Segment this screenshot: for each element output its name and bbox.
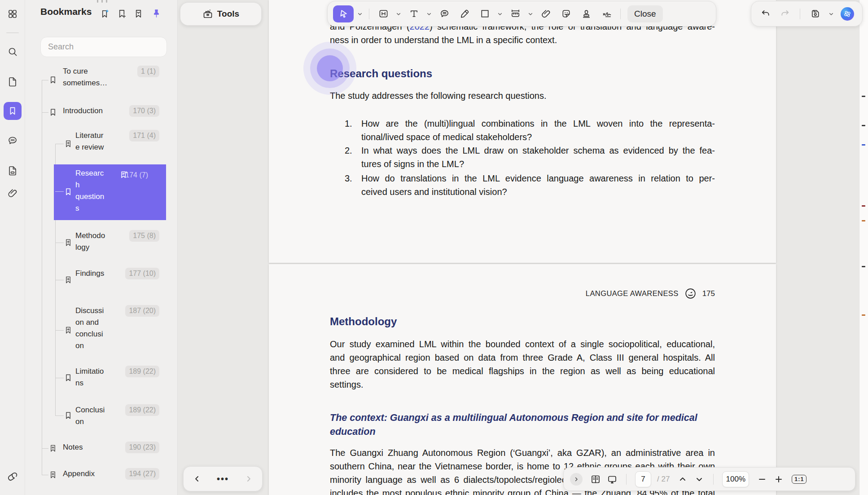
bookmark-badge: 170 (3) bbox=[129, 105, 159, 117]
highlighter-button[interactable] bbox=[456, 5, 473, 22]
bookmark-badge: 174 (7) bbox=[125, 169, 148, 181]
zoom-level-input[interactable]: 100% bbox=[722, 471, 749, 487]
bookmarks-icon bbox=[8, 106, 18, 116]
zoom-out-icon[interactable] bbox=[757, 474, 767, 485]
doc-line: ness in order to understand the LML in a… bbox=[330, 33, 715, 47]
extract-page-icon[interactable] bbox=[7, 165, 18, 176]
next-page-icon[interactable] bbox=[694, 474, 705, 485]
bookmark-label: Findings bbox=[75, 268, 106, 279]
select-cursor-icon bbox=[338, 9, 349, 19]
redo-icon bbox=[780, 9, 790, 19]
stamp-button[interactable] bbox=[577, 5, 595, 22]
sticker-button[interactable] bbox=[557, 5, 575, 22]
measure-icon bbox=[510, 9, 521, 19]
two-page-view-icon[interactable] bbox=[590, 474, 601, 485]
journal-title: LANGUAGE AWARENESS bbox=[586, 289, 679, 298]
ai-assistant-icon bbox=[843, 9, 852, 18]
sticker-icon bbox=[561, 9, 571, 19]
chevron-down-icon[interactable] bbox=[828, 10, 835, 18]
page-total-label: / 27 bbox=[657, 475, 670, 484]
toolbar-separator bbox=[369, 9, 369, 19]
measure-button[interactable] bbox=[506, 5, 524, 22]
bookmarks-panel-button[interactable] bbox=[4, 102, 22, 120]
shape-button[interactable] bbox=[476, 5, 494, 22]
add-text-button[interactable] bbox=[405, 5, 423, 22]
bookmark-label: Discussion and conclusion bbox=[75, 305, 106, 352]
list-number: 2. bbox=[345, 144, 352, 157]
chevron-down-icon[interactable] bbox=[395, 10, 402, 18]
collapse-bar-button[interactable] bbox=[570, 473, 583, 486]
bookmark-badge: 189 (22) bbox=[125, 366, 159, 377]
forward-icon[interactable] bbox=[244, 474, 253, 483]
bookmark-badge: 171 (4) bbox=[129, 130, 159, 141]
bookmark-badge: 194 (27) bbox=[125, 468, 159, 480]
chevron-right-icon bbox=[573, 476, 579, 482]
search-icon[interactable] bbox=[7, 46, 18, 57]
page-number-label: 175 bbox=[702, 289, 715, 298]
chevron-down-icon[interactable] bbox=[527, 10, 534, 18]
actual-size-button[interactable]: 1:1 bbox=[792, 475, 807, 484]
doc-line: tional/lived space of medical stakeholde… bbox=[361, 130, 715, 144]
bookmark-badge: 187 (20) bbox=[125, 305, 159, 317]
bookmark-badge: 175 (8) bbox=[129, 230, 159, 242]
scroll-minimap[interactable] bbox=[859, 0, 868, 495]
comments-icon[interactable] bbox=[7, 135, 18, 146]
bookmark-label: Conclusion bbox=[75, 404, 106, 428]
toolbar-separator bbox=[713, 474, 714, 485]
close-button[interactable]: Close bbox=[627, 5, 663, 22]
page-thumbnails-icon[interactable] bbox=[7, 76, 18, 87]
comment-button[interactable] bbox=[435, 5, 453, 22]
bookmark-item-research-questions-selected[interactable]: Research questions 174 (7) bbox=[54, 164, 166, 220]
signature-icon bbox=[601, 9, 612, 19]
save-button[interactable] bbox=[807, 5, 823, 22]
pdf-page-175[interactable]: LANGUAGE AWARENESS 175 Methodology Our s… bbox=[269, 264, 776, 495]
rail-divider bbox=[6, 32, 19, 33]
right-toolbar bbox=[751, 1, 863, 27]
toolbar-separator bbox=[620, 9, 621, 19]
app-logo-icon bbox=[6, 469, 19, 482]
doc-line: and geographical region based on data fr… bbox=[330, 351, 715, 364]
section-heading-methodology: Methodology bbox=[330, 315, 397, 328]
attach-icon bbox=[541, 9, 551, 19]
page-controls-bar: 7 / 27 100% 1:1 bbox=[563, 467, 855, 491]
attachments-icon[interactable] bbox=[7, 188, 18, 199]
more-options-button[interactable]: ••• bbox=[217, 474, 229, 484]
toolbox-icon bbox=[202, 9, 213, 19]
attach-button[interactable] bbox=[537, 5, 555, 22]
doc-line: three are considered to be medical flags… bbox=[330, 364, 715, 378]
subsection-heading-line: education bbox=[330, 425, 720, 439]
presentation-mode-icon[interactable] bbox=[607, 474, 618, 485]
tools-button[interactable]: Tools bbox=[180, 2, 262, 26]
previous-page-icon[interactable] bbox=[677, 474, 688, 485]
bookmark-label: Introduction bbox=[63, 105, 113, 117]
doc-line: How do translations in the LML evidence … bbox=[361, 172, 715, 185]
doc-line: ceived users and institutional vision? bbox=[361, 185, 715, 199]
apps-grid-icon[interactable] bbox=[7, 9, 18, 19]
select-tool-button[interactable] bbox=[333, 5, 354, 22]
chevron-down-icon[interactable] bbox=[496, 10, 504, 18]
doc-line: tures of signs in the LML? bbox=[361, 157, 715, 171]
pdf-page-174[interactable]: and Polzenhagen (2022) schematic framewo… bbox=[269, 0, 776, 263]
redo-button[interactable] bbox=[777, 5, 793, 22]
back-icon[interactable] bbox=[193, 474, 202, 483]
shape-icon bbox=[480, 9, 490, 19]
add-text-icon bbox=[409, 9, 419, 19]
doc-line: Our study examined LML within the bounde… bbox=[330, 337, 715, 351]
signature-button[interactable] bbox=[597, 5, 615, 22]
doc-line: In what ways does the LML draw on stakeh… bbox=[361, 144, 715, 157]
undo-button[interactable] bbox=[758, 5, 773, 22]
document-area: and Polzenhagen (2022) schematic framewo… bbox=[178, 0, 868, 495]
heading-edit-button[interactable] bbox=[374, 5, 392, 22]
page-number-input[interactable]: 7 bbox=[635, 471, 651, 487]
left-icon-rail bbox=[0, 0, 25, 495]
stamp-icon bbox=[581, 9, 592, 19]
bookmark-label: Methodology bbox=[75, 230, 106, 253]
bookmarks-panel: Bookmarks To cure sometimes… 1 (1) Intro… bbox=[25, 0, 178, 495]
chevron-down-icon[interactable] bbox=[425, 10, 433, 18]
toolbar-separator bbox=[800, 9, 800, 19]
zoom-in-icon[interactable] bbox=[773, 474, 784, 485]
journal-logo-icon bbox=[684, 287, 697, 300]
chevron-down-icon[interactable] bbox=[356, 10, 364, 18]
bookmark-label: Literature review bbox=[75, 130, 106, 153]
ai-assistant-button[interactable] bbox=[841, 7, 854, 21]
